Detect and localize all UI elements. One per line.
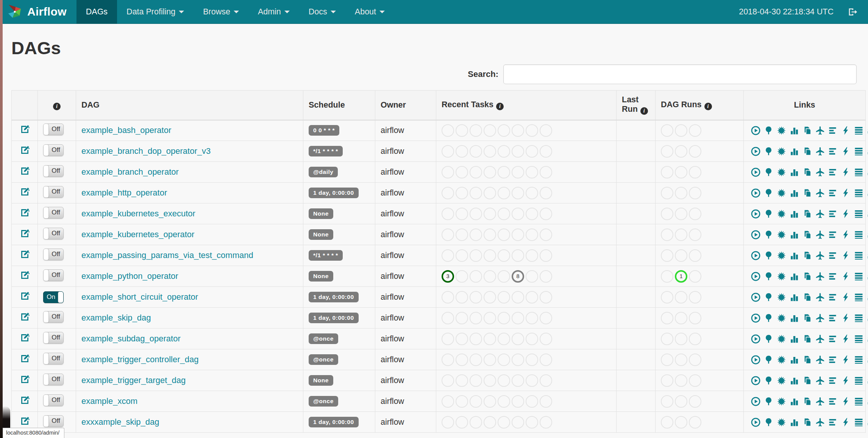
edit-dag-icon[interactable] xyxy=(20,187,30,197)
code-view-icon[interactable] xyxy=(841,355,851,364)
edit-dag-icon[interactable] xyxy=(20,145,30,155)
task-duration-icon[interactable] xyxy=(790,188,799,198)
graph-view-icon[interactable] xyxy=(777,209,786,219)
search-input[interactable] xyxy=(503,64,857,84)
dag-name-link[interactable]: example_passing_params_via_test_command xyxy=(81,250,253,260)
task-tries-icon[interactable] xyxy=(802,334,812,344)
edit-dag-icon[interactable] xyxy=(20,312,30,322)
trigger-dag-icon[interactable] xyxy=(751,313,760,323)
dag-pause-toggle[interactable]: Off xyxy=(43,207,64,219)
gantt-icon[interactable] xyxy=(828,376,838,385)
dag-name-link[interactable]: example_trigger_target_dag xyxy=(81,375,186,385)
code-view-icon[interactable] xyxy=(841,334,851,344)
edit-dag-icon[interactable] xyxy=(20,166,30,176)
dag-name-link[interactable]: example_bash_operator xyxy=(81,125,171,135)
edit-dag-icon[interactable] xyxy=(20,395,30,405)
dag-pause-toggle[interactable]: Off xyxy=(43,186,64,198)
refresh-icon[interactable] xyxy=(867,209,868,219)
code-view-icon[interactable] xyxy=(841,167,851,177)
logs-icon[interactable] xyxy=(854,147,863,156)
logs-icon[interactable] xyxy=(854,397,863,406)
trigger-dag-icon[interactable] xyxy=(751,272,760,281)
task-tries-icon[interactable] xyxy=(802,167,812,177)
trigger-dag-icon[interactable] xyxy=(751,334,760,344)
trigger-dag-icon[interactable] xyxy=(751,230,760,239)
trigger-dag-icon[interactable] xyxy=(751,209,760,219)
schedule-badge[interactable]: */1 * * * * xyxy=(309,250,343,261)
nav-item-docs[interactable]: Docs xyxy=(299,0,345,24)
trigger-dag-icon[interactable] xyxy=(751,418,760,427)
dag-pause-toggle[interactable]: Off xyxy=(43,269,64,281)
landing-times-icon[interactable] xyxy=(815,293,825,302)
task-duration-icon[interactable] xyxy=(790,355,799,364)
dag-pause-toggle[interactable]: Off xyxy=(43,228,64,239)
code-view-icon[interactable] xyxy=(841,293,851,302)
schedule-badge[interactable]: 0 0 * * * xyxy=(309,125,339,136)
gantt-icon[interactable] xyxy=(828,251,838,260)
refresh-icon[interactable] xyxy=(867,376,868,385)
landing-times-icon[interactable] xyxy=(815,355,825,364)
schedule-badge[interactable]: @once xyxy=(309,333,338,344)
edit-dag-icon[interactable] xyxy=(20,124,30,135)
graph-view-icon[interactable] xyxy=(777,418,786,427)
refresh-icon[interactable] xyxy=(867,334,868,344)
tree-view-icon[interactable] xyxy=(764,397,773,406)
refresh-icon[interactable] xyxy=(867,230,868,239)
dag-pause-toggle[interactable]: Off xyxy=(43,353,64,364)
logs-icon[interactable] xyxy=(854,167,863,177)
graph-view-icon[interactable] xyxy=(777,313,786,323)
dag-name-link[interactable]: example_python_operator xyxy=(81,271,178,281)
schedule-badge[interactable]: None xyxy=(309,271,333,282)
trigger-dag-icon[interactable] xyxy=(751,251,760,260)
schedule-badge[interactable]: 1 day, 0:00:00 xyxy=(309,188,359,198)
task-duration-icon[interactable] xyxy=(790,418,799,427)
edit-dag-icon[interactable] xyxy=(20,333,30,343)
refresh-icon[interactable] xyxy=(867,313,868,323)
gantt-icon[interactable] xyxy=(828,147,838,156)
dag-name-link[interactable]: example_kubernetes_executor xyxy=(81,209,195,218)
schedule-badge[interactable]: @daily xyxy=(309,167,338,177)
dag-pause-toggle[interactable]: Off xyxy=(43,144,64,156)
tree-view-icon[interactable] xyxy=(764,167,773,177)
task-duration-icon[interactable] xyxy=(790,334,799,344)
gantt-icon[interactable] xyxy=(828,230,838,239)
task-duration-icon[interactable] xyxy=(790,230,799,239)
schedule-badge[interactable]: None xyxy=(309,375,333,386)
trigger-dag-icon[interactable] xyxy=(751,293,760,302)
refresh-icon[interactable] xyxy=(867,126,868,135)
nav-item-about[interactable]: About xyxy=(345,0,394,24)
airflow-brand[interactable]: Airflow xyxy=(0,0,76,23)
refresh-icon[interactable] xyxy=(867,272,868,281)
code-view-icon[interactable] xyxy=(841,376,851,385)
landing-times-icon[interactable] xyxy=(815,209,825,219)
tree-view-icon[interactable] xyxy=(764,147,773,156)
gantt-icon[interactable] xyxy=(828,167,838,177)
tree-view-icon[interactable] xyxy=(764,126,773,135)
task-duration-icon[interactable] xyxy=(790,147,799,156)
edit-dag-icon[interactable] xyxy=(20,270,30,280)
schedule-badge[interactable]: None xyxy=(309,229,333,240)
task-tries-icon[interactable] xyxy=(802,293,812,302)
trigger-dag-icon[interactable] xyxy=(751,188,760,198)
graph-view-icon[interactable] xyxy=(777,272,786,281)
graph-view-icon[interactable] xyxy=(777,188,786,198)
edit-dag-icon[interactable] xyxy=(20,249,30,260)
code-view-icon[interactable] xyxy=(841,251,851,260)
landing-times-icon[interactable] xyxy=(815,418,825,427)
tree-view-icon[interactable] xyxy=(764,188,773,198)
refresh-icon[interactable] xyxy=(867,397,868,406)
code-view-icon[interactable] xyxy=(841,147,851,156)
logs-icon[interactable] xyxy=(854,334,863,344)
landing-times-icon[interactable] xyxy=(815,167,825,177)
landing-times-icon[interactable] xyxy=(815,126,825,135)
task-state-circle-success[interactable]: 3 xyxy=(442,270,454,283)
graph-view-icon[interactable] xyxy=(777,167,786,177)
task-duration-icon[interactable] xyxy=(790,376,799,385)
logs-icon[interactable] xyxy=(854,209,863,219)
nav-item-dags[interactable]: DAGs xyxy=(76,0,117,24)
logs-icon[interactable] xyxy=(854,272,863,281)
task-tries-icon[interactable] xyxy=(802,355,812,364)
trigger-dag-icon[interactable] xyxy=(751,397,760,406)
nav-item-admin[interactable]: Admin xyxy=(248,0,299,24)
dag-name-link[interactable]: example_branch_operator xyxy=(81,167,179,177)
